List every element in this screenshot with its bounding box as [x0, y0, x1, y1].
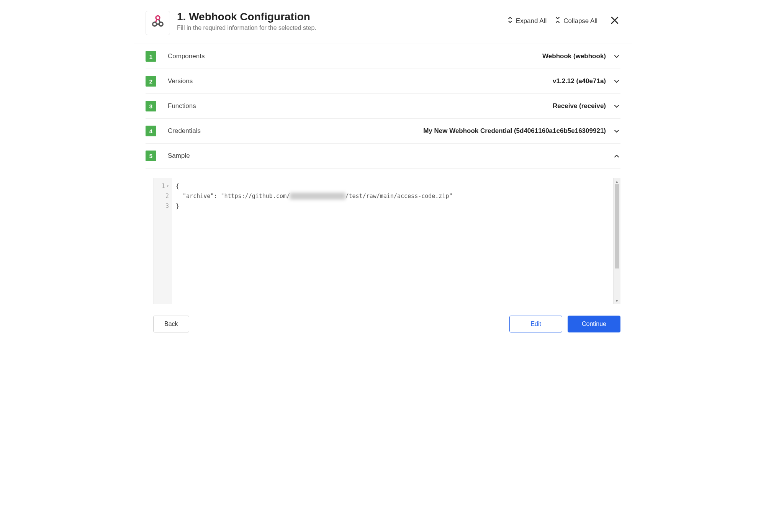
continue-button[interactable]: Continue: [568, 316, 620, 332]
redacted-segment: xxxxxxxxxxxxxxxx: [290, 193, 345, 200]
step-label: Components: [168, 52, 542, 60]
vertical-scrollbar[interactable]: ▴ ▾: [613, 178, 620, 304]
step-number-badge: 5: [146, 151, 156, 161]
code-gutter: 1▾ 2 3: [154, 178, 172, 304]
close-icon: [611, 20, 619, 26]
gutter-number: 2: [165, 192, 169, 200]
svg-point-1: [153, 22, 157, 26]
chevron-down-icon: [613, 52, 620, 60]
steps-list: 1 Components Webhook (webhook) 2 Version…: [134, 44, 632, 169]
code-line-1: {: [176, 181, 609, 191]
step-functions[interactable]: 3 Functions Receive (receive): [146, 94, 620, 119]
step-components[interactable]: 1 Components Webhook (webhook): [146, 44, 620, 69]
chevron-up-icon: [613, 152, 620, 160]
footer-actions: Back Edit Continue: [134, 304, 632, 344]
close-button[interactable]: [609, 15, 620, 27]
gutter-number: 3: [165, 202, 169, 210]
fold-arrow-icon[interactable]: ▾: [167, 182, 169, 190]
svg-point-2: [159, 22, 163, 26]
expand-all-label: Expand All: [516, 17, 547, 25]
expand-all-button[interactable]: Expand All: [507, 16, 547, 25]
collapse-all-label: Collapse All: [563, 17, 597, 25]
collapse-icon: [555, 16, 560, 25]
chevron-down-icon: [613, 102, 620, 110]
page-header: 1. Webhook Configuration Fill in the req…: [134, 0, 632, 44]
svg-point-0: [156, 16, 160, 20]
expand-icon: [507, 16, 513, 25]
code-body[interactable]: { "archive": "https://github.com/xxxxxxx…: [172, 178, 613, 304]
webhook-icon: [150, 15, 165, 31]
step-number-badge: 2: [146, 76, 156, 87]
step-number-badge: 3: [146, 101, 156, 111]
gutter-number: 1: [162, 182, 165, 190]
step-number-badge: 1: [146, 51, 156, 62]
step-value: Webhook (webhook): [542, 52, 606, 60]
edit-button[interactable]: Edit: [509, 316, 562, 332]
back-button[interactable]: Back: [153, 316, 189, 332]
code-line-2-prefix: "archive": "https://github.com/: [176, 193, 290, 200]
step-versions[interactable]: 2 Versions v1.2.12 (a40e71a): [146, 69, 620, 94]
sample-code-editor[interactable]: 1▾ 2 3 { "archive": "https://github.com/…: [153, 178, 620, 304]
step-sample[interactable]: 5 Sample: [146, 144, 620, 169]
collapse-all-button[interactable]: Collapse All: [555, 16, 597, 25]
chevron-down-icon: [613, 127, 620, 135]
step-value: Receive (receive): [553, 102, 606, 110]
step-credentials[interactable]: 4 Credentials My New Webhook Credential …: [146, 119, 620, 144]
webhook-icon-box: [146, 11, 170, 35]
step-label: Functions: [168, 102, 553, 110]
chevron-down-icon: [613, 77, 620, 85]
step-number-badge: 4: [146, 126, 156, 136]
step-label: Sample: [168, 152, 606, 160]
code-line-3: }: [176, 201, 609, 211]
step-label: Versions: [168, 77, 553, 85]
code-line-2-suffix: /test/raw/main/access-code.zip": [345, 193, 453, 200]
scroll-down-arrow-icon[interactable]: ▾: [614, 298, 620, 304]
page-title: 1. Webhook Configuration: [177, 11, 507, 23]
step-value: v1.2.12 (a40e71a): [553, 77, 606, 85]
page-subtitle: Fill in the required information for the…: [177, 25, 507, 31]
scroll-thumb[interactable]: [615, 184, 619, 268]
scroll-up-arrow-icon[interactable]: ▴: [614, 178, 620, 184]
step-value: My New Webhook Credential (5d4061160a1c6…: [423, 127, 606, 135]
step-label: Credentials: [168, 127, 423, 135]
